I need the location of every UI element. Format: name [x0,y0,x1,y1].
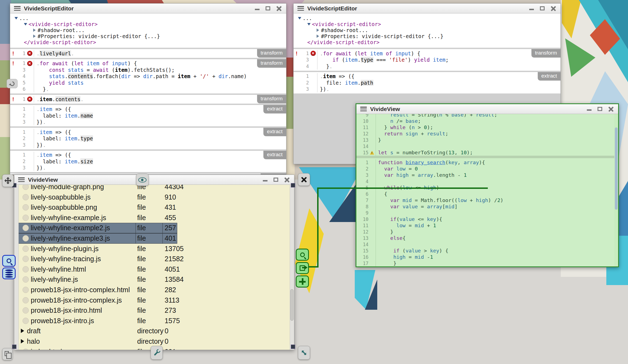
code-line[interactable]: .item => ({ [34,129,286,135]
close-view-button[interactable] [298,173,310,186]
directory-row[interactable]: draftdirectory0 [14,326,294,336]
scrollbar-track-right[interactable] [290,185,294,350]
code-line[interactable]: }). [34,165,286,171]
move-handle[interactable] [2,174,14,187]
code-line[interactable]: label: item.name [34,112,286,119]
close-button[interactable] [608,106,614,112]
error-icon[interactable] [311,51,316,56]
menu-icon[interactable] [360,107,367,111]
titlebar[interactable]: VivideView [356,104,618,114]
maximize-button[interactable] [266,6,270,10]
code-line[interactable]: 10 if(value <= key){ [356,216,614,222]
code-line[interactable]: file: item.path [317,79,561,86]
titlebar[interactable]: VivideScriptEditor [10,4,286,13]
dom-tree-line[interactable]: <vivide-script-editor> [10,21,286,27]
code-line[interactable]: 13} [356,137,614,143]
file-row[interactable]: lively-soapbubble.pngfile431 [14,202,294,213]
code-line[interactable]: }. [34,86,286,93]
directory-row[interactable]: halodirectory0 [14,336,294,347]
tools-handle[interactable] [151,346,163,360]
code-line[interactable]: .item => ({ [34,152,286,158]
code-pane[interactable]: 1function binary_search(key, array){2 va… [356,158,614,266]
dom-tree-line[interactable]: ... [10,15,286,21]
warning-icon[interactable] [370,151,374,155]
script-step-block[interactable]: 123.item => ({ file: item.path}).extract [294,72,561,94]
data-source-button[interactable] [2,268,16,279]
code-line[interactable]: stats.contents.forEach(dir => dir.path =… [34,73,286,80]
scrollbar-thumb[interactable] [615,127,618,210]
menu-icon[interactable] [297,6,304,11]
collapse-arrow-icon[interactable] [298,17,301,19]
expand-arrow-icon[interactable] [21,329,24,333]
minimize-button[interactable] [263,180,267,181]
code-line[interactable]: }). [34,119,286,126]
code-line[interactable]: 8 var value = array[mid] [356,203,614,210]
dom-tree-line[interactable]: </vivide-script-editor> [294,39,561,45]
undo-button[interactable] [7,79,18,88]
dom-tree-line[interactable]: #shadow-root... [294,27,561,33]
script-step-block[interactable]: !13456.for await (let item of input) { c… [10,59,286,94]
error-icon[interactable] [27,51,32,56]
file-row[interactable]: lively-whyline.jsfile13584 [14,274,294,285]
dom-tree-line[interactable]: #shadow-root... [10,27,286,33]
minimize-button[interactable] [529,9,534,10]
resize-corner[interactable] [291,183,295,187]
code-line[interactable]: }). [317,86,561,93]
code-line[interactable]: 12 return sign + result; [356,130,614,137]
code-line[interactable]: 14 [356,241,614,248]
code-line[interactable]: 11 } while (n > 0); [356,124,614,130]
code-line[interactable]: .item => ({ [317,73,561,80]
code-line[interactable]: 13 else{ [356,235,614,241]
dom-tree-line[interactable]: ... [294,15,561,21]
script-step-block[interactable]: !1.lively4url.transform [10,49,286,58]
file-row[interactable]: proweb18-jsx-intro-complex.jsfile3113 [14,295,294,306]
code-line[interactable]: yield stats [34,79,286,86]
menu-icon[interactable] [18,177,25,182]
minimize-button[interactable] [587,109,592,111]
expand-arrow-icon[interactable] [33,35,36,38]
script-step-block[interactable]: !1.item.contents.transform [10,95,286,104]
code-line[interactable]: .item => ({ [34,106,286,113]
collapse-arrow-icon[interactable] [15,17,18,19]
code-line[interactable]: if (item.type === 'file') yield item; [317,57,561,63]
file-row[interactable]: lively-whyline-example.jsfile455 [14,213,294,223]
dom-tree-line[interactable]: <vivide-script-editor> [294,21,561,27]
code-line[interactable]: .for await (let item of input) { [34,60,286,67]
code-line[interactable]: label: item.type [34,135,286,142]
maximize-button[interactable] [274,178,278,182]
code-line[interactable]: .lively4url. [34,50,286,57]
code-line[interactable]: 3 var high = array.length - 1 [356,172,614,178]
dom-tree-line[interactable]: </vivide-script-editor> [10,39,286,45]
scrollbar-thumb[interactable] [290,289,294,321]
code-line[interactable]: }). [34,142,286,148]
file-row[interactable]: lively-whyline-tracing.jsfile21582 [14,254,294,264]
expand-arrow-icon[interactable] [317,29,319,32]
code-line[interactable]: 15 if (value > key) { [356,248,614,254]
export-connection-button[interactable] [296,262,309,274]
resize-corner[interactable] [12,345,16,349]
code-line[interactable]: 6 { [356,191,614,197]
scrollbar-track-left[interactable] [14,185,19,350]
maximize-button[interactable] [598,107,602,111]
code-line[interactable]: 7 var mid = Math.floor((low + high) /2) [356,197,614,203]
file-row[interactable]: proweb18-jsx-intro-complex.htmlfile282 [14,285,294,295]
code-line[interactable]: 10 n /= base; [356,118,614,124]
file-row[interactable]: lively-whyline.htmlfile4051 [14,264,294,275]
eye-toggle-button[interactable] [136,174,149,186]
code-line[interactable]: const stats = await (item).fetchStats(); [34,67,286,73]
script-step-block[interactable]: 123.item => ({ label: item.name}).extrac… [10,105,286,127]
search-button[interactable] [2,255,16,267]
dom-tree-line[interactable]: #Properties: vivide-script-editor {...} [294,33,561,39]
collapse-arrow-icon[interactable] [24,23,27,25]
dom-tree-line[interactable]: #Properties: vivide-script-editor {...} [10,33,286,39]
copy-handle[interactable] [2,348,13,360]
code-line[interactable]: 11 low = mid + 1 [356,222,614,229]
maximize-button[interactable] [540,6,545,10]
script-step-block[interactable]: 123.item => ({ label: item.type}).extrac… [10,128,286,149]
code-line[interactable]: 9 result = String(n % base) + result; [356,114,614,118]
code-line[interactable]: 9 [356,210,614,216]
script-step-block[interactable]: 123.item => ({ label: item.size}).extrac… [10,151,286,172]
script-step-block[interactable]: !134.for await (let item of input) { if … [294,49,561,71]
file-row[interactable]: lively-soapbubble.jsfile910 [14,192,294,203]
expand-arrow-icon[interactable] [21,339,24,343]
